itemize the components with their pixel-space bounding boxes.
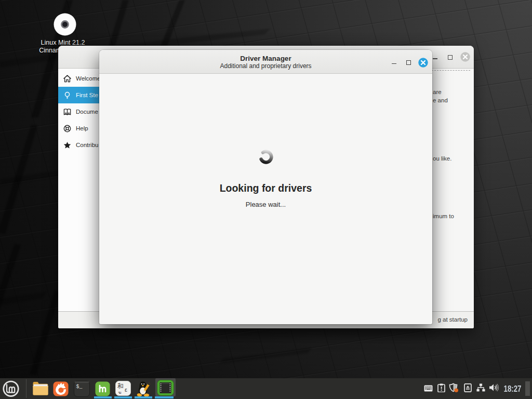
svg-text:ฆ: ฆ <box>118 390 122 395</box>
svg-text:$_: $_ <box>76 384 83 390</box>
svg-text:和: 和 <box>117 383 124 389</box>
svg-text:ε: ε <box>125 387 127 393</box>
